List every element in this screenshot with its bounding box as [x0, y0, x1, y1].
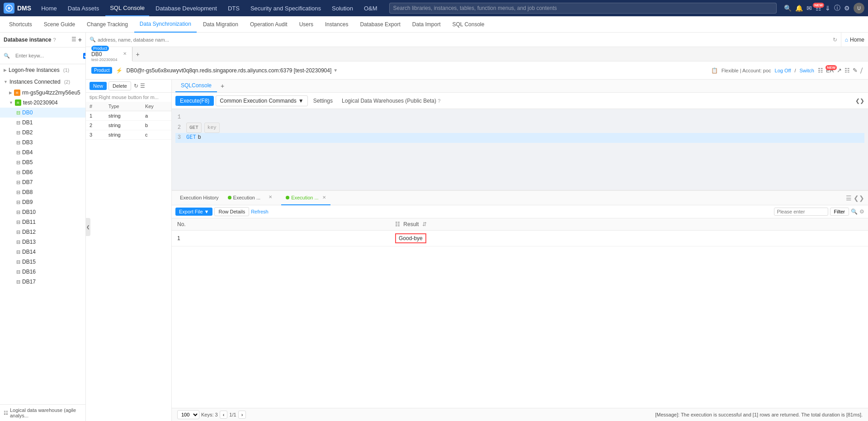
download-icon[interactable]: ⇓: [825, 5, 830, 12]
search-icon-results[interactable]: 🔍: [851, 208, 858, 215]
grid-icon[interactable]: ☷ NEW: [816, 5, 821, 12]
nav-solution[interactable]: Solution: [327, 0, 358, 16]
sidebar-db-db1[interactable]: ⊟DB1: [0, 118, 85, 128]
sidebar-db-db5[interactable]: ⊟DB5: [0, 157, 85, 167]
result-tab-exec2[interactable]: Execution ... ✕: [281, 191, 330, 205]
sidebar-db-db7[interactable]: ⊟DB7: [0, 177, 85, 187]
key-row-2[interactable]: 2 string b: [86, 121, 171, 130]
conn-pencil-icon[interactable]: ✎: [853, 67, 858, 74]
nav-sql-console[interactable]: SQL Console: [105, 0, 149, 16]
search-bar[interactable]: [389, 3, 777, 14]
filter-key-icon[interactable]: ☰: [140, 83, 145, 89]
results-menu-icon[interactable]: ☰: [846, 194, 852, 202]
export-file-button[interactable]: Export File ▼: [175, 208, 212, 216]
subnav-operation-audit[interactable]: Operation Audit: [245, 16, 293, 33]
subnav-shortcuts[interactable]: Shortcuts: [4, 16, 38, 33]
delete-key-button[interactable]: Delete: [108, 81, 131, 90]
sidebar-db-db12[interactable]: ⊟DB12: [0, 227, 85, 237]
sort-icon-result[interactable]: ⇵: [422, 221, 427, 227]
page-size-select[interactable]: 100: [177, 410, 199, 419]
tab-add-button[interactable]: +: [132, 51, 143, 58]
subnav-data-sync[interactable]: Data Synchronization: [134, 16, 197, 33]
sidebar-db-db16[interactable]: ⊟DB16: [0, 267, 85, 277]
conn-grid-icon[interactable]: ☷: [844, 67, 850, 74]
results-expand-icon[interactable]: ❮❯: [854, 194, 864, 202]
execute-button[interactable]: Execute(F8): [175, 96, 214, 106]
sidebar-config-icon[interactable]: ☰: [71, 36, 76, 43]
sidebar-instance-test[interactable]: ▼ R test-20230904: [0, 98, 85, 108]
conn-expand-icon[interactable]: ↗: [837, 67, 842, 74]
conn-fullscreen-icon[interactable]: ⧸: [860, 67, 863, 74]
sidebar-search-input[interactable]: [12, 50, 81, 61]
sidebar-db-db2[interactable]: ⊟DB2: [0, 128, 85, 137]
message-icon[interactable]: ✉: [807, 5, 812, 12]
user-avatar[interactable]: U: [854, 3, 864, 14]
new-key-button[interactable]: New: [90, 82, 107, 90]
address-refresh-icon[interactable]: ↻: [833, 37, 837, 43]
tab-close-icon[interactable]: ✕: [123, 51, 127, 56]
tab-db0[interactable]: Product DB0 test-20230904 ✕: [86, 47, 132, 61]
search-input[interactable]: [389, 3, 777, 14]
help-icon[interactable]: ⓘ: [834, 4, 840, 12]
address-input[interactable]: [98, 37, 831, 43]
home-tab[interactable]: ⌂ Home: [841, 33, 868, 47]
sidebar-instance-rm[interactable]: ▶ R rm-gs5gu4tzz2my56eu5: [0, 88, 85, 98]
next-page-button[interactable]: ›: [238, 411, 246, 419]
sidebar-db-db15[interactable]: ⊟DB15: [0, 257, 85, 267]
key-row-1[interactable]: 1 string a: [86, 111, 171, 121]
sidebar-db-db17[interactable]: ⊟DB17: [0, 277, 85, 287]
sidebar-db-db8[interactable]: ⊟DB8: [0, 187, 85, 197]
results-search-input[interactable]: [774, 208, 828, 216]
result-tab-history[interactable]: Execution History: [175, 191, 223, 205]
nav-om[interactable]: O&M: [359, 0, 382, 16]
conn-table-icon[interactable]: ☷: [818, 67, 823, 74]
sidebar-footer[interactable]: ☷ Logical data warehouse (agile analys..…: [0, 404, 85, 421]
exec1-close-icon[interactable]: ✕: [264, 190, 277, 205]
sidebar-db-db4[interactable]: ⊟DB4: [0, 147, 85, 157]
app-logo[interactable]: DMS: [4, 3, 31, 14]
prev-page-button[interactable]: ‹: [220, 411, 228, 419]
result-tab-exec1[interactable]: Execution ... ✕: [223, 191, 282, 205]
key-row-3[interactable]: 3 string c: [86, 130, 171, 140]
sidebar-db-db9[interactable]: ⊟DB9: [0, 197, 85, 207]
bell-icon[interactable]: 🔔: [795, 5, 803, 12]
exec2-close-icon[interactable]: ✕: [322, 195, 326, 200]
filter-button[interactable]: Filter: [830, 208, 849, 216]
settings-button[interactable]: Settings: [310, 96, 336, 106]
sidebar-db-db6[interactable]: ⊟DB6: [0, 167, 85, 177]
subnav-db-export[interactable]: Database Export: [354, 16, 406, 33]
sidebar-db-db10[interactable]: ⊟DB10: [0, 207, 85, 217]
editor[interactable]: 1 2 GET key 3 GET b: [172, 109, 868, 190]
toolbar-expand-icon[interactable]: ❮❯: [855, 98, 864, 104]
result-row-1[interactable]: 1 Good-bye: [172, 231, 868, 246]
sidebar-db-db14[interactable]: ⊟DB14: [0, 247, 85, 257]
sql-console-tab[interactable]: SQLConsole: [175, 80, 217, 92]
sql-console-add-tab[interactable]: +: [217, 80, 228, 92]
subnav-change-tracking[interactable]: Change Tracking: [81, 16, 133, 33]
subnav-sql-console[interactable]: SQL Console: [447, 16, 490, 33]
nav-home[interactable]: Home: [37, 0, 61, 16]
results-settings-icon[interactable]: ⚙: [859, 208, 864, 215]
subnav-data-import[interactable]: Data Import: [407, 16, 446, 33]
sidebar-collapse-button[interactable]: ❮: [86, 218, 90, 236]
sidebar-db-db13[interactable]: ⊟DB13: [0, 237, 85, 247]
row-details-button[interactable]: Row Details: [214, 207, 249, 216]
sidebar-section-instances-connected[interactable]: ▼ Instances Connected (2): [0, 76, 85, 88]
nav-dts[interactable]: DTS: [223, 0, 244, 16]
conn-er-icon[interactable]: ER NEW: [826, 67, 834, 74]
logical-dw-button[interactable]: Logical Data Warehouses (Public Beta) ?: [338, 96, 444, 106]
nav-db-dev[interactable]: Database Development: [151, 0, 222, 16]
subnav-scene-guide[interactable]: Scene Guide: [38, 16, 80, 33]
conn-copy-icon[interactable]: 📋: [711, 67, 718, 74]
conn-dropdown[interactable]: DB0@r-gs5u6x8xuwyvt0q8qn.redis.singapore…: [126, 67, 705, 74]
subnav-data-migration[interactable]: Data Migration: [198, 16, 244, 33]
conn-switch-link[interactable]: Switch: [800, 68, 814, 73]
common-exec-button[interactable]: Common Execution Commands ▼: [216, 95, 307, 106]
search-icon[interactable]: 🔍: [784, 5, 792, 12]
sidebar-add-icon[interactable]: +: [78, 36, 82, 43]
subnav-instances[interactable]: Instances: [320, 16, 354, 33]
sidebar-db-db3[interactable]: ⊟DB3: [0, 137, 85, 147]
subnav-users[interactable]: Users: [294, 16, 319, 33]
refresh-key-icon[interactable]: ↻: [134, 83, 138, 89]
sidebar-db-db11[interactable]: ⊟DB11: [0, 217, 85, 227]
